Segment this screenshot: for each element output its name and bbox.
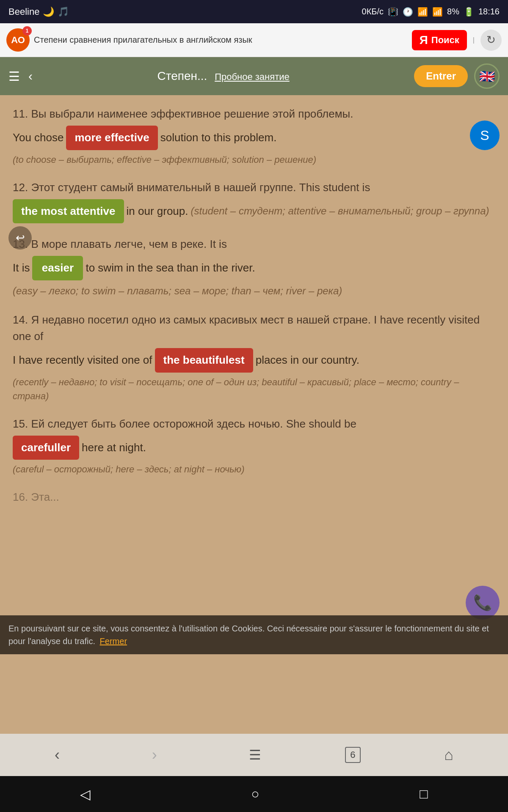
android-back-button[interactable]: ◁ (80, 786, 91, 802)
exercise-15-hint: (careful – осторожный; here – здесь; at … (13, 462, 495, 476)
exercise-12-answer[interactable]: the most attentive (13, 199, 124, 224)
browser-nav: ‹ › ☰ 6 ⌂ (0, 734, 508, 776)
wifi-icon: 📶 (417, 7, 428, 17)
exercise-16-partial: 16. Эта... (13, 489, 495, 505)
phone-fab[interactable]: 📞 (466, 586, 500, 620)
main-content: S ↩ 11. Вы выбрали наименее эффективное … (0, 95, 508, 696)
time-display: 18:16 (478, 7, 500, 16)
android-home-button[interactable]: ○ (251, 786, 259, 802)
flag-icon: 🇬🇧 (474, 63, 500, 89)
sentence-11-before: You chose (13, 129, 64, 147)
sentence-12-after: in our group. (127, 203, 188, 220)
vibrate-icon: 📳 (388, 7, 398, 17)
skype-icon: S (480, 128, 489, 143)
status-left: Beeline 🌙 🎵 (8, 6, 69, 17)
menu-icon[interactable]: ☰ (8, 69, 20, 84)
exercise-15: 15. Ей следует быть более осторожной зде… (13, 416, 495, 477)
moon-icon: 🌙 (43, 6, 54, 17)
signal-icon: 📶 (432, 7, 443, 17)
app-title: Степен... Пробное занятие (39, 69, 408, 83)
left-nav-button[interactable]: ↩ (8, 226, 32, 250)
skype-button[interactable]: S (470, 121, 500, 150)
exercise-11: 11. Вы выбрали наименее эффективное реше… (13, 106, 495, 167)
cookie-text: En poursuivant sur ce site, vous consent… (8, 624, 489, 646)
status-bar: Beeline 🌙 🎵 0КБ/с 📳 🕐 📶 📶 8% 🔋 18:16 (0, 0, 508, 23)
browser-url[interactable]: Степени сравнения прилагательных в англи… (34, 35, 408, 45)
android-nav: ◁ ○ □ (0, 776, 508, 812)
yandex-search-button[interactable]: Я Поиск (412, 30, 467, 50)
exercise-14: 14. Я недавно посетил одно из самых крас… (13, 312, 495, 403)
search-label: Поиск (431, 35, 459, 46)
exercise-15-russian: 15. Ей следует быть более осторожной зде… (13, 416, 495, 432)
sentence-13-it-is: It is (13, 259, 30, 277)
clock-icon: 🕐 (403, 7, 413, 17)
exercise-13-russian: 13. В море плавать легче, чем в реке. It… (13, 236, 495, 252)
music-icon: 🎵 (58, 6, 69, 17)
tab-count[interactable]: 6 (345, 747, 360, 763)
exercise-12-sentence: the most attentive in our group. (studen… (13, 199, 495, 224)
exercise-14-hint: (recently – недавно; to visit – посещать… (13, 375, 495, 403)
app-title-text: Степен... (157, 69, 207, 82)
app-header: ☰ ‹ Степен... Пробное занятие Entrer 🇬🇧 (0, 57, 508, 95)
refresh-button[interactable]: ↻ (480, 30, 502, 51)
fermer-link[interactable]: Fermer (100, 636, 127, 646)
exercise-15-sentence: carefuller here at night. (13, 436, 495, 460)
network-speed: 0КБ/с (362, 7, 384, 16)
trial-link[interactable]: Пробное занятие (215, 71, 290, 82)
exercise-15-answer[interactable]: carefuller (13, 436, 79, 460)
exercise-12: 12. Этот студент самый внимательный в на… (13, 179, 495, 224)
phone-icon: 📞 (473, 594, 492, 612)
browser-forward-button[interactable]: › (144, 742, 166, 768)
exercise-13-answer[interactable]: easier (32, 256, 83, 280)
exercise-14-answer[interactable]: the beautifulest (155, 348, 253, 373)
exercise-11-answer[interactable]: more effective (66, 126, 157, 150)
exercise-13-sentence: It is easier to swim in the sea than in … (13, 256, 495, 299)
back-arrow[interactable]: ‹ (28, 69, 33, 83)
sentence-11-after: solution to this problem. (160, 129, 277, 147)
sentence-13-after: to swim in the sea than in the river. (86, 259, 255, 277)
exercise-11-sentence: You chose more effective solution to thi… (13, 126, 495, 150)
exercise-11-russian: 11. Вы выбрали наименее эффективное реше… (13, 106, 495, 122)
browser-menu-button[interactable]: ☰ (240, 743, 270, 767)
exercise-11-hint: (to choose – выбирать; effective – эффек… (13, 153, 495, 167)
browser-back-button[interactable]: ‹ (46, 742, 68, 768)
browser-bar: АО 1 Степени сравнения прилагательных в … (0, 23, 508, 57)
carrier-name: Beeline (8, 6, 39, 17)
cookie-bar: En poursuivant sur ce site, vous consent… (0, 615, 508, 654)
browser-home-button[interactable]: ⌂ (436, 742, 462, 768)
exercise-13: 13. В море плавать легче, чем в реке. It… (13, 236, 495, 299)
exercise-14-sentence: I have recently visited one of the beaut… (13, 348, 495, 373)
exercise-12-russian: 12. Этот студент самый внимательный в на… (13, 179, 495, 196)
browser-icon[interactable]: АО 1 (6, 28, 30, 52)
yandex-y-icon: Я (420, 33, 428, 47)
status-right: 0КБ/с 📳 🕐 📶 📶 8% 🔋 18:16 (362, 7, 500, 17)
notification-badge: 1 (22, 26, 32, 36)
browser-logo: АО (11, 35, 25, 46)
sentence-15-after: here at night. (82, 439, 146, 457)
android-recent-button[interactable]: □ (420, 786, 428, 802)
battery-icon: 🔋 (464, 7, 474, 17)
exercise-14-russian: 14. Я недавно посетил одно из самых крас… (13, 312, 495, 345)
entrer-button[interactable]: Entrer (414, 65, 468, 87)
left-arrow-icon: ↩ (16, 231, 25, 244)
battery-percent: 8% (447, 7, 459, 16)
